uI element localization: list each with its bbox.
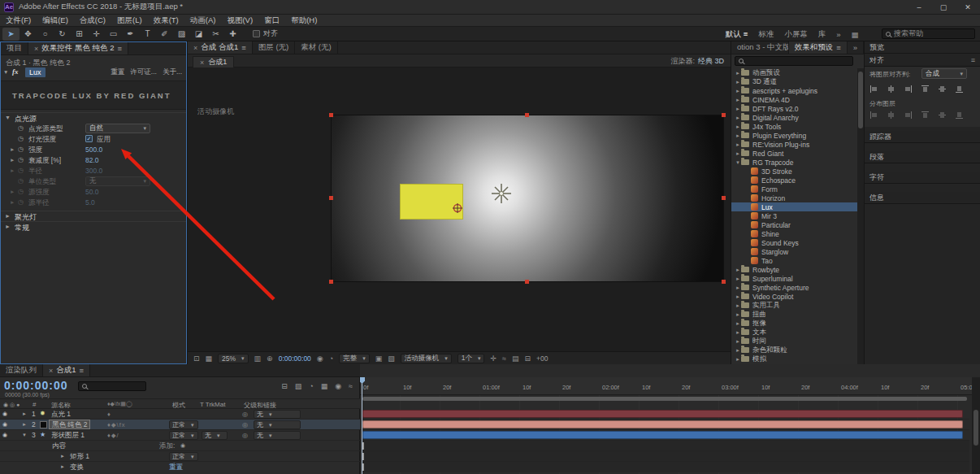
layer-name[interactable]: 形状图层 1 (51, 431, 85, 441)
group-spot-light[interactable]: ► 聚光灯 (1, 211, 186, 221)
license-button[interactable]: 许可证... (130, 67, 157, 77)
tab-project[interactable]: 项目 (1, 42, 28, 54)
effects-tree-item[interactable]: ►Rowbyte (731, 265, 857, 274)
align-vcenter-icon[interactable] (938, 85, 947, 93)
show-channel-icon[interactable]: ◔ (329, 354, 333, 363)
caret-right-icon[interactable]: ► (735, 321, 741, 326)
layer-row-2[interactable]: ◉ ► 2 黑色 纯色 2 ♦◆\fx 正常▾ ◎ 无▾ (0, 420, 360, 430)
effects-tree-item[interactable]: ►扭曲 (731, 310, 857, 319)
tab-render-queue[interactable]: 渲染队列 (0, 364, 43, 376)
current-timecode[interactable]: 0:00:00:00 (4, 379, 68, 392)
pickwhip-icon[interactable]: ◎ (242, 421, 248, 428)
layer-name[interactable]: 黑色 纯色 2 (49, 420, 90, 429)
rotation-tool-icon[interactable]: ↻ (54, 28, 71, 41)
camera-tool-icon[interactable]: ⊞ (71, 28, 88, 41)
trkmat-column[interactable]: T TrkMat (200, 401, 225, 408)
blend-mode-dropdown[interactable]: 正常▾ (169, 420, 198, 429)
layer-row-3[interactable]: ◉ ▼ 3 ★ 形状图层 1 ♦◆/ 正常▾ 无▾ ◎ 无▾ (0, 430, 360, 441)
selection-handle[interactable] (722, 196, 726, 200)
caret-right-icon[interactable]: ► (735, 107, 741, 111)
mini-flowchart-icon[interactable]: ⊟ (281, 382, 288, 390)
minimize-button[interactable]: – (907, 0, 931, 14)
eye-icon[interactable]: ◉ (2, 432, 7, 438)
preview-panel-header[interactable]: 预览 (865, 41, 980, 54)
effects-tree-item[interactable]: ►Synthetic Aperture (731, 283, 857, 292)
align-bottom-icon[interactable] (955, 85, 964, 93)
close-icon[interactable]: × (193, 44, 197, 52)
caret-right-icon[interactable]: ► (60, 464, 65, 469)
current-time-indicator[interactable] (362, 377, 362, 474)
panel-menu-icon[interactable]: ≡ (971, 56, 975, 64)
parent-dropdown[interactable]: 无▾ (254, 431, 301, 440)
selection-handle[interactable] (525, 280, 529, 284)
brush-tool-icon[interactable]: ✐ (156, 28, 173, 41)
effects-tree-item[interactable]: ►模拟 (731, 354, 857, 363)
viewer-tab-comp1[interactable]: × 合成1 (193, 56, 234, 67)
effects-tree-item[interactable]: ►DFT Rays v2.0 (731, 104, 857, 113)
caret-right-icon[interactable]: ► (735, 348, 741, 353)
flowchart-icon[interactable]: ⊟ (524, 354, 531, 363)
transform-row[interactable]: ► 变换 重置 (0, 462, 360, 472)
menubar-item[interactable]: 图层(L) (111, 15, 148, 26)
add-button-icon[interactable]: ◉ (180, 442, 185, 449)
stopwatch-icon[interactable]: ◷ (18, 156, 24, 163)
caret-right-icon[interactable]: ► (735, 312, 741, 317)
align-left-icon[interactable] (869, 85, 878, 93)
tracker-panel-header[interactable]: 跟踪器 (865, 131, 980, 143)
layer-switches[interactable]: ♦ (107, 411, 111, 418)
help-search[interactable]: 搜索帮助 (882, 28, 975, 39)
workspace-overflow-chevron[interactable]: » (836, 30, 840, 39)
light-type-dropdown[interactable]: 自然 ▾ (85, 124, 150, 133)
caret-right-icon[interactable]: ► (10, 157, 15, 163)
renderer-button[interactable]: 渲染器: 经典 3D (670, 56, 724, 67)
layer-bar-2[interactable] (362, 420, 963, 428)
character-panel-header[interactable]: 字符 (865, 172, 980, 184)
view-layout-dropdown[interactable]: 1个▾ (457, 354, 485, 363)
effects-tree-item[interactable]: ►aescripts + aeplugins (731, 86, 857, 95)
composition-canvas[interactable] (332, 115, 723, 281)
tab-effect-controls[interactable]: × 效果控件 黑色 纯色 2 ≡ (28, 42, 128, 54)
effects-tree-item[interactable]: ►CINEMA 4D (731, 95, 857, 104)
caret-right-icon[interactable]: ► (735, 276, 741, 281)
effects-tree-item[interactable]: Shine (731, 229, 857, 238)
effects-tree-item[interactable]: 3D Stroke (731, 167, 857, 176)
selection-handle[interactable] (722, 113, 726, 117)
libraries-icon[interactable]: ▦ (851, 30, 858, 39)
maximize-button[interactable]: ▢ (931, 0, 956, 14)
caret-right-icon[interactable]: ► (735, 89, 741, 93)
graph-editor-icon[interactable]: ≈ (349, 382, 353, 390)
draft-3d-icon[interactable]: ▧ (295, 382, 302, 390)
distribute-vcenter-icon[interactable] (887, 111, 895, 120)
caret-right-icon[interactable]: ► (735, 285, 741, 290)
tab-layer[interactable]: 图层 (无) (253, 41, 295, 54)
effects-tree-item[interactable]: Starglow (731, 247, 857, 256)
stopwatch-icon[interactable]: ◷ (18, 124, 24, 132)
caret-right-icon[interactable]: ► (5, 224, 11, 229)
distribute-top-icon[interactable] (869, 111, 878, 120)
panel-menu-icon[interactable]: ≡ (80, 366, 85, 375)
group-label[interactable]: 内容 (52, 441, 66, 451)
effects-tree-item[interactable]: ►RE:Vision Plug-ins (731, 140, 857, 149)
timeline-button-icon[interactable]: ▤ (512, 354, 519, 363)
caret-right-icon[interactable]: ► (735, 151, 741, 156)
roi-icon[interactable]: ▣ (375, 354, 383, 363)
caret-down-icon[interactable]: ▼ (735, 160, 741, 165)
effects-scrollbar[interactable] (857, 68, 864, 364)
snap-checkbox[interactable] (253, 30, 260, 37)
caret-right-icon[interactable]: ► (5, 213, 11, 219)
effects-tree-item[interactable]: ►Plugin Everything (731, 131, 857, 140)
menubar-item[interactable]: 动画(A) (184, 15, 222, 26)
puppet-pin-tool-icon[interactable]: ✚ (224, 28, 241, 41)
transparency-grid-icon[interactable]: ▧ (388, 354, 395, 363)
panel-menu-icon[interactable]: ≡ (117, 44, 122, 53)
effect-header-row[interactable]: ▼ fx Lux 重置 许可证... 关于... (1, 67, 186, 79)
distribute-left-icon[interactable] (921, 111, 930, 120)
motion-blur-icon[interactable]: ◉ (335, 382, 341, 390)
caret-right-icon[interactable]: ► (22, 422, 27, 427)
effects-tree-item[interactable]: Mir 3 (731, 211, 857, 220)
tab-script-panel[interactable]: otion 3 - 中文版 (731, 41, 789, 54)
effects-tree-item[interactable]: ►文本 (731, 328, 857, 337)
work-area-bar[interactable] (362, 397, 967, 401)
eye-icon[interactable]: ◉ (2, 421, 7, 428)
caret-right-icon[interactable]: ► (10, 146, 15, 152)
